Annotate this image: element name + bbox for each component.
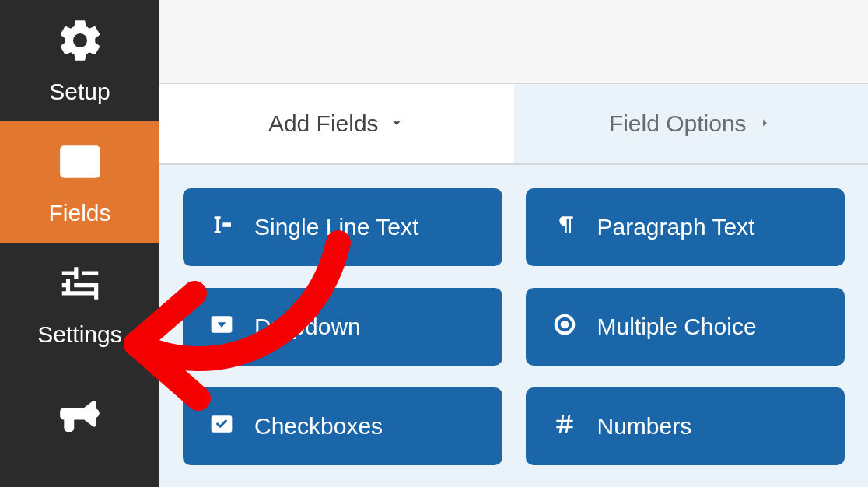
- hashtag-icon: [552, 412, 577, 442]
- sidebar-item-setup[interactable]: Setup: [0, 0, 159, 121]
- bullhorn-icon: [56, 394, 104, 445]
- sidebar-item-settings[interactable]: Settings: [0, 243, 159, 364]
- tab-label: Add Fields: [268, 110, 379, 137]
- caret-square-down-icon: [209, 312, 234, 342]
- field-single-line-text[interactable]: Single Line Text: [183, 188, 502, 266]
- sliders-icon: [56, 259, 104, 310]
- field-dropdown[interactable]: Dropdown: [183, 288, 502, 366]
- pilcrow-icon: [552, 212, 577, 243]
- main-panel: Add Fields Field Options Single Line Tex…: [159, 0, 868, 487]
- field-label: Paragraph Text: [597, 214, 755, 240]
- field-numbers[interactable]: Numbers: [526, 387, 845, 465]
- tab-label: Field Options: [609, 110, 747, 137]
- tabs-row: Add Fields Field Options: [159, 84, 868, 163]
- sidebar-item-fields[interactable]: Fields: [0, 121, 159, 243]
- field-label: Dropdown: [254, 314, 361, 340]
- field-label: Numbers: [597, 413, 692, 440]
- text-cursor-icon: [209, 212, 234, 243]
- chevron-right-icon: [756, 110, 773, 137]
- tab-add-fields[interactable]: Add Fields: [159, 84, 514, 163]
- field-label: Single Line Text: [254, 214, 418, 240]
- sidebar-item-label: Setup: [49, 79, 110, 105]
- tab-field-options[interactable]: Field Options: [514, 84, 869, 163]
- field-multiple-choice[interactable]: Multiple Choice: [526, 288, 845, 366]
- field-label: Multiple Choice: [597, 314, 757, 340]
- sidebar-item-label: Fields: [48, 200, 110, 226]
- fields-area: Single Line Text Paragraph Text Dropdown…: [159, 165, 868, 487]
- sidebar-item-marketing[interactable]: [0, 364, 159, 485]
- gear-icon: [56, 16, 104, 68]
- sidebar: Setup Fields Settings: [0, 0, 159, 487]
- field-grid: Single Line Text Paragraph Text Dropdown…: [183, 188, 845, 465]
- check-square-icon: [209, 412, 234, 442]
- field-paragraph-text[interactable]: Paragraph Text: [526, 188, 845, 266]
- field-checkboxes[interactable]: Checkboxes: [183, 387, 502, 465]
- radio-icon: [552, 312, 577, 342]
- field-label: Checkboxes: [254, 413, 383, 440]
- chevron-down-icon: [388, 110, 405, 137]
- top-bar: [159, 0, 868, 84]
- list-icon: [56, 138, 104, 189]
- sidebar-item-label: Settings: [37, 321, 121, 348]
